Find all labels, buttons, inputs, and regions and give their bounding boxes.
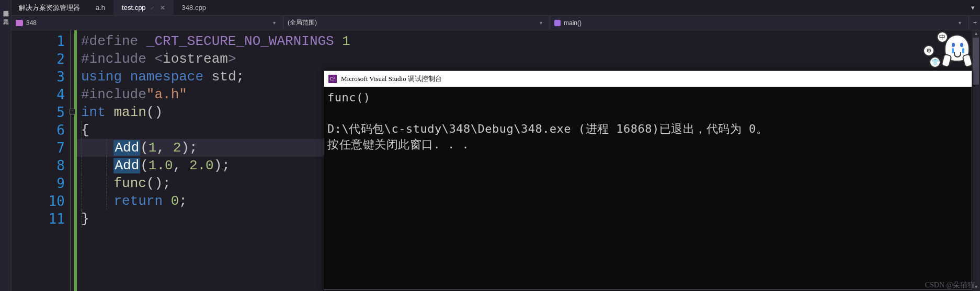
chevron-down-icon: ▾	[273, 20, 279, 26]
line-number: 11	[12, 210, 65, 228]
scrollbar-thumb[interactable]	[973, 38, 979, 85]
fold-toggle[interactable]: −	[70, 109, 75, 114]
line-number: 5	[12, 103, 65, 121]
pin-icon[interactable]: ⟋	[149, 5, 155, 11]
scope-project-dropdown[interactable]: 348 ▾	[12, 16, 283, 30]
scope-function-dropdown[interactable]: main() ▾	[550, 16, 968, 30]
line-number-gutter: 1234567891011	[12, 30, 74, 291]
left-toolstrip: 服务器资源管理器 工具箱	[0, 0, 12, 291]
line-number: 1	[12, 32, 65, 50]
line-number: 3	[12, 68, 65, 86]
solution-explorer-label[interactable]: 解决方案资源管理器	[12, 3, 87, 13]
console-title: Microsoft Visual Studio 调试控制台	[341, 74, 442, 84]
tab-label: test.cpp	[122, 4, 146, 11]
decorative-sticker: 中 ⚙ 👕	[920, 30, 970, 68]
debug-console-window[interactable]: C:\ Microsoft Visual Studio 调试控制台 func()…	[324, 71, 972, 290]
scope-global-dropdown[interactable]: (全局范围) ▾	[283, 16, 550, 30]
line-number: 9	[12, 174, 65, 192]
file-tab-a-h[interactable]: a.h	[87, 0, 113, 15]
sticker-body	[944, 34, 970, 62]
file-tab-348-cpp[interactable]: 348.cpp	[174, 0, 214, 15]
file-tab-test-cpp[interactable]: test.cpp ⟋ ✕	[113, 0, 174, 15]
line-number: 4	[12, 86, 65, 103]
vs-console-icon: C:\	[328, 75, 337, 83]
vertical-scrollbar[interactable]: ▴ ▾	[972, 30, 980, 291]
console-output: func() D:\代码包\c-study\348\Debug\348.exe …	[324, 87, 972, 156]
scroll-up-arrow[interactable]: ▴	[972, 30, 980, 38]
code-line[interactable]: #define _CRT_SECURE_NO_WARNINGS 1	[77, 32, 980, 50]
server-explorer-tab[interactable]: 服务器资源管理器	[0, 2, 11, 10]
chevron-down-icon: ▾	[959, 20, 964, 26]
sticker-bubble: 👕	[929, 56, 941, 68]
line-number: 7	[12, 139, 65, 157]
chevron-down-icon: ▾	[540, 20, 545, 26]
function-icon	[554, 20, 561, 26]
tab-overflow-dropdown[interactable]: ▾	[966, 4, 980, 11]
split-view-button[interactable]: +	[968, 16, 980, 30]
scope-global-label: (全局范围)	[288, 18, 317, 27]
line-number: 6	[12, 121, 65, 139]
project-icon	[16, 20, 23, 26]
tab-label: a.h	[96, 4, 105, 11]
line-number: 8	[12, 157, 65, 174]
close-icon[interactable]: ✕	[160, 4, 165, 11]
scope-function-label: main()	[564, 19, 582, 27]
code-nav-bar: 348 ▾ (全局范围) ▾ main() ▾ +	[12, 16, 980, 30]
code-line[interactable]: #include <iostream>	[77, 50, 980, 68]
watermark: CSDN @朵猫猫.	[925, 281, 977, 290]
toolbox-tab[interactable]: 工具箱	[0, 10, 11, 19]
line-number: 10	[12, 192, 65, 210]
tab-label: 348.cpp	[182, 4, 206, 11]
document-tab-bar: 解决方案资源管理器 a.h test.cpp ⟋ ✕ 348.cpp ▾	[12, 0, 980, 16]
line-number: 2	[12, 50, 65, 68]
sticker-bubble: ⚙	[923, 45, 935, 56]
scope-project-label: 348	[26, 19, 37, 27]
console-titlebar[interactable]: C:\ Microsoft Visual Studio 调试控制台	[324, 71, 972, 87]
